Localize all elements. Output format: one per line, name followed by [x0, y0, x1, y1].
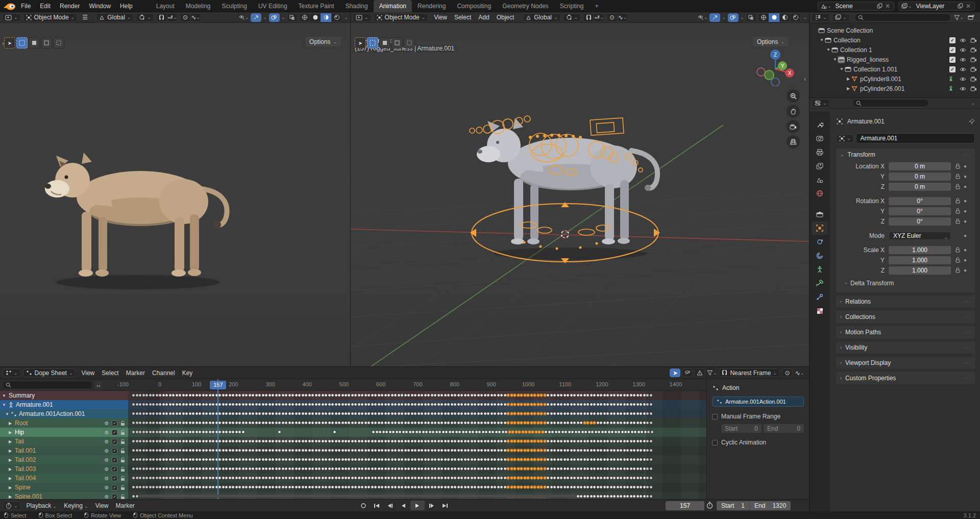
keyframe[interactable]: [617, 430, 621, 434]
disable-render-camera-icon[interactable]: [970, 76, 977, 83]
proportional-editing-toggle[interactable]: ⊙: [782, 368, 793, 377]
keyframe[interactable]: [271, 458, 275, 461]
lioness-model[interactable]: [31, 140, 250, 293]
keyframe[interactable]: [337, 393, 341, 397]
keyframe[interactable]: [278, 449, 281, 452]
disable-render-camera-icon[interactable]: [970, 56, 977, 63]
keyframe-strip-armature-001action-001[interactable]: [128, 409, 706, 418]
select-circle-tool-button[interactable]: [379, 37, 390, 48]
shading-rendered-button[interactable]: [790, 13, 801, 22]
keyframe-strip-tail-003[interactable]: [128, 464, 706, 474]
disclosure-right-icon[interactable]: ▶: [7, 458, 13, 462]
only-selected-toggle[interactable]: ➤: [670, 368, 680, 377]
tab-animation[interactable]: Animation: [374, 0, 412, 12]
keyframe[interactable]: [649, 393, 653, 397]
disclosure-down-icon[interactable]: ▼: [839, 67, 844, 71]
keyframe[interactable]: [271, 439, 275, 443]
overlays-toggle[interactable]: [269, 13, 280, 22]
dope-sheet-menu-marker[interactable]: Marker: [122, 369, 149, 377]
view-layer-selector[interactable]: ⌄ ViewLayer ✕: [898, 2, 975, 11]
scene-properties-tab[interactable]: [812, 173, 828, 186]
mode-dropdown[interactable]: XYZ Euler⌄: [889, 232, 951, 240]
gizmos-toggle[interactable]: [251, 13, 261, 22]
keyframe[interactable]: [317, 439, 321, 443]
keyframe[interactable]: [311, 458, 314, 461]
keyframe[interactable]: [258, 458, 261, 461]
panel-header[interactable]: ›Visibility····: [836, 341, 975, 354]
editor-type-button[interactable]: ⌄: [353, 13, 372, 22]
value-field[interactable]: 1.000: [889, 266, 951, 275]
keyframe[interactable]: [244, 485, 248, 489]
keyframe[interactable]: [649, 458, 653, 461]
channel-tail-004[interactable]: ▶Tail.004⚙✓: [0, 474, 128, 483]
outliner-row-rigged_lioness[interactable]: ▼Rigged_lioness✓: [810, 55, 980, 64]
keyframe-area[interactable]: [128, 391, 706, 499]
disclosure-down-icon[interactable]: ▼: [1, 403, 7, 407]
outliner-row-pcylinder8-001[interactable]: ▶pCylinder8.001: [810, 74, 980, 84]
topbar-menu-file[interactable]: File: [16, 0, 35, 12]
channel-lock-icon[interactable]: [119, 456, 126, 463]
keyframe[interactable]: [251, 458, 255, 461]
frame-end-field[interactable]: End1320: [750, 501, 791, 510]
hide-eye-icon[interactable]: [959, 46, 966, 54]
keyframe[interactable]: [317, 449, 321, 452]
editor-type-button[interactable]: ⌄: [2, 13, 21, 22]
viewport-menu-add[interactable]: Add: [475, 14, 493, 21]
disclosure-down-icon[interactable]: ▼: [832, 57, 838, 62]
pivot-point-selector[interactable]: ⌄: [563, 13, 581, 22]
keyframe[interactable]: [544, 430, 548, 434]
transform-panel-header[interactable]: ⌄Transform····: [836, 149, 975, 161]
keyframe[interactable]: [317, 421, 321, 425]
camera-view-button[interactable]: [787, 120, 800, 133]
disable-render-camera-icon[interactable]: [970, 37, 977, 44]
keyframe[interactable]: [291, 439, 295, 443]
outliner-row-pcylinder26-001[interactable]: ▶pCylinder26.001: [810, 84, 980, 93]
select-box-tool-button[interactable]: [16, 37, 28, 48]
lock-icon[interactable]: [953, 184, 962, 189]
keyframe[interactable]: [311, 485, 314, 489]
channel-checkbox[interactable]: ✓: [112, 439, 117, 444]
animate-dot[interactable]: ●: [962, 184, 968, 189]
exclude-checkbox[interactable]: ✓: [949, 37, 955, 43]
keyframe[interactable]: [298, 412, 301, 415]
keyframe[interactable]: [284, 458, 288, 461]
keyframe[interactable]: [264, 467, 268, 471]
disclosure-down-icon[interactable]: ▼: [826, 47, 831, 52]
lock-icon[interactable]: [953, 198, 962, 204]
channel-lock-icon[interactable]: [119, 475, 126, 482]
object-name-field[interactable]: Armature.001: [856, 133, 975, 143]
keyframe[interactable]: [311, 403, 314, 406]
channel-lock-icon[interactable]: [119, 419, 126, 427]
keyframe[interactable]: [271, 449, 275, 452]
panel-visibility[interactable]: ›Visibility····: [836, 341, 975, 354]
keyframe[interactable]: [518, 430, 521, 434]
keyframe[interactable]: [557, 430, 561, 434]
keyframe[interactable]: [298, 476, 301, 480]
keyframe[interactable]: [278, 485, 281, 489]
keyframe[interactable]: [311, 393, 314, 397]
modifier-wrench-icon[interactable]: ⚙: [103, 484, 110, 491]
channel-checkbox[interactable]: ✓: [112, 421, 117, 426]
constraints-properties-tab[interactable]: [812, 235, 828, 249]
lock-icon[interactable]: [953, 267, 962, 273]
keyframe[interactable]: [278, 403, 281, 406]
toolbar-expand-chevron[interactable]: ›: [2, 39, 4, 47]
disable-render-camera-icon[interactable]: [970, 66, 977, 73]
keyframe[interactable]: [284, 393, 288, 397]
animate-dot[interactable]: ●: [962, 247, 968, 253]
shading-rendered-button[interactable]: [331, 13, 342, 22]
animate-dot[interactable]: ●: [962, 208, 968, 214]
keyframe[interactable]: [251, 403, 255, 406]
keyframe[interactable]: [264, 449, 268, 452]
keyframe[interactable]: [244, 403, 248, 406]
channel-lock-icon[interactable]: [119, 447, 126, 454]
object-data-icon[interactable]: ⌄: [836, 134, 854, 143]
armature-overlay[interactable]: [351, 23, 809, 366]
zoom-view-button[interactable]: [787, 89, 800, 103]
channel-tail-001[interactable]: ▶Tail.001⚙✓: [0, 446, 128, 455]
keyframe[interactable]: [331, 467, 334, 471]
tab-uv-editing[interactable]: UV Editing: [253, 0, 293, 12]
keyframe[interactable]: [537, 430, 541, 434]
keyframe[interactable]: [258, 476, 261, 480]
display-mode-selector[interactable]: ⌄: [832, 13, 850, 22]
